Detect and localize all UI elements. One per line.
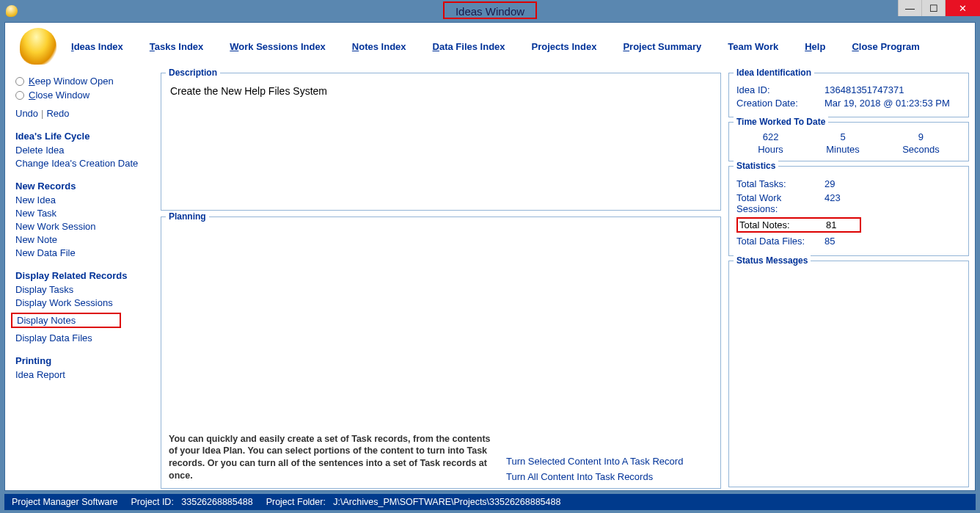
total-tasks-label: Total Tasks: bbox=[736, 178, 824, 189]
idea-identification-fieldset: Idea Identification Idea ID: 13648135174… bbox=[728, 73, 969, 117]
planning-content[interactable] bbox=[169, 226, 713, 429]
total-tasks-row: Total Tasks: 29 bbox=[736, 178, 961, 189]
footer-project-id: Project ID: 33526268885488 bbox=[131, 497, 253, 507]
new-records-heading: New Records bbox=[15, 181, 152, 192]
undo-redo-row: Undo | Redo bbox=[15, 108, 152, 119]
main-column: Description Create the New Help Files Sy… bbox=[159, 70, 725, 490]
total-notes-highlight: Total Notes: 81 bbox=[736, 217, 861, 233]
planning-footer: You can quickly and easily create a set … bbox=[169, 429, 713, 483]
menu-project-summary[interactable]: Project Summary bbox=[623, 41, 701, 52]
turn-all-link[interactable]: Turn All Content Into Task Records bbox=[506, 471, 683, 482]
description-legend: Description bbox=[166, 68, 220, 78]
time-worked-legend: Time Worked To Date bbox=[734, 117, 828, 127]
menu-team-work[interactable]: Team Work bbox=[728, 41, 778, 52]
main-menu: Ideas Index Tasks Index Work Sessions In… bbox=[71, 41, 920, 52]
idea-report-link[interactable]: Idea Report bbox=[15, 369, 152, 380]
hours-col: 622 Hours bbox=[758, 131, 783, 155]
close-window-radio[interactable]: Close Window bbox=[15, 90, 152, 101]
description-fieldset: Description Create the New Help Files Sy… bbox=[161, 73, 721, 211]
menu-projects-index[interactable]: Projects Index bbox=[532, 41, 597, 52]
status-bar: Project Manager Software Project ID: 335… bbox=[4, 494, 976, 510]
undo-link[interactable]: Undo bbox=[15, 108, 38, 119]
display-notes-link[interactable]: Display Notes bbox=[11, 313, 121, 328]
seconds-col: 9 Seconds bbox=[902, 131, 940, 155]
total-df-label: Total Data Files: bbox=[736, 236, 824, 247]
creation-date-row: Creation Date: Mar 19, 2018 @ 01:23:53 P… bbox=[736, 98, 961, 109]
menu-data-files-index[interactable]: Data Files Index bbox=[433, 41, 505, 52]
footer-project-folder-value: J:\Archives_PM\SOFTWARE\Projects\3352626… bbox=[333, 497, 560, 507]
creation-date-value: Mar 19, 2018 @ 01:23:53 PM bbox=[824, 98, 950, 109]
status-messages-legend: Status Messages bbox=[734, 255, 811, 266]
sidebar: Keep Window Open Close Window Undo | Red… bbox=[5, 70, 159, 490]
footer-project-folder: Project Folder: J:\Archives_PM\SOFTWARE\… bbox=[266, 497, 561, 507]
footer-project-id-label: Project ID: bbox=[131, 497, 174, 507]
keep-window-open-label: Keep Window Open bbox=[29, 76, 114, 87]
menu-ideas-index[interactable]: Ideas Index bbox=[71, 41, 123, 52]
menu-work-sessions-index[interactable]: Work Sessions Index bbox=[230, 41, 326, 52]
planning-legend: Planning bbox=[166, 211, 209, 222]
total-df-row: Total Data Files: 85 bbox=[736, 236, 961, 247]
minutes-label: Minutes bbox=[826, 144, 860, 155]
app-logo-icon bbox=[20, 28, 56, 65]
planning-hint-text: You can quickly and easily create a set … bbox=[169, 433, 491, 483]
right-column: Idea Identification Idea ID: 13648135174… bbox=[725, 70, 975, 490]
top-toolbar: Ideas Index Tasks Index Work Sessions In… bbox=[5, 23, 975, 70]
new-idea-link[interactable]: New Idea bbox=[15, 194, 152, 205]
display-tasks-link[interactable]: Display Tasks bbox=[15, 284, 152, 295]
display-work-sessions-link[interactable]: Display Work Sessions bbox=[15, 297, 152, 308]
new-note-link[interactable]: New Note bbox=[15, 234, 152, 245]
display-related-heading: Display Related Records bbox=[15, 270, 152, 281]
menu-help[interactable]: Help bbox=[805, 41, 825, 52]
minutes-value: 5 bbox=[826, 131, 860, 142]
body-columns: Keep Window Open Close Window Undo | Red… bbox=[5, 70, 975, 490]
description-text[interactable]: Create the New Help Files System bbox=[169, 82, 713, 100]
idea-identification-legend: Idea Identification bbox=[734, 68, 814, 78]
time-worked-fieldset: Time Worked To Date 622 Hours 5 Minutes … bbox=[728, 122, 969, 161]
printing-heading: Printing bbox=[15, 355, 152, 366]
new-data-file-link[interactable]: New Data File bbox=[15, 247, 152, 258]
total-tasks-value: 29 bbox=[824, 178, 835, 189]
statistics-legend: Statistics bbox=[734, 161, 778, 171]
menu-tasks-index[interactable]: Tasks Index bbox=[150, 41, 203, 52]
close-window-label: Close Window bbox=[29, 90, 89, 101]
minutes-col: 5 Minutes bbox=[826, 131, 860, 155]
footer-project-folder-label: Project Folder: bbox=[266, 497, 326, 507]
total-df-value: 85 bbox=[824, 236, 835, 247]
hours-value: 622 bbox=[758, 131, 783, 142]
display-data-files-link[interactable]: Display Data Files bbox=[15, 332, 152, 343]
idea-id-label: Idea ID: bbox=[736, 84, 817, 95]
menu-close-program[interactable]: Close Program bbox=[852, 41, 919, 52]
turn-selected-link[interactable]: Turn Selected Content Into A Task Record bbox=[506, 456, 683, 467]
close-button[interactable]: ✕ bbox=[945, 0, 980, 16]
total-ws-label: Total Work Sessions: bbox=[736, 192, 824, 214]
idea-id-value: 136481351747371 bbox=[824, 84, 904, 95]
radio-icon bbox=[15, 77, 24, 86]
window-controls: — ☐ ✕ bbox=[898, 0, 980, 16]
total-ws-row: Total Work Sessions: 423 bbox=[736, 192, 961, 214]
new-work-session-link[interactable]: New Work Session bbox=[15, 221, 152, 232]
app-titlebar-icon bbox=[6, 5, 18, 17]
time-worked-row: 622 Hours 5 Minutes 9 Seconds bbox=[736, 131, 961, 155]
keep-window-open-radio[interactable]: Keep Window Open bbox=[15, 76, 152, 87]
planning-links: Turn Selected Content Into A Task Record… bbox=[506, 456, 683, 482]
footer-project-id-value: 33526268885488 bbox=[181, 497, 252, 507]
minimize-button[interactable]: — bbox=[898, 0, 921, 16]
creation-date-label: Creation Date: bbox=[736, 98, 817, 109]
change-creation-date-link[interactable]: Change Idea's Creation Date bbox=[15, 158, 152, 169]
redo-link[interactable]: Redo bbox=[46, 108, 69, 119]
maximize-button[interactable]: ☐ bbox=[921, 0, 945, 16]
titlebar: Ideas Window — ☐ ✕ bbox=[0, 0, 980, 22]
hours-label: Hours bbox=[758, 144, 783, 155]
title-highlight-box bbox=[443, 1, 537, 19]
radio-icon bbox=[15, 91, 24, 100]
status-messages-fieldset: Status Messages bbox=[728, 261, 969, 487]
new-task-link[interactable]: New Task bbox=[15, 208, 152, 219]
statistics-fieldset: Statistics Total Tasks: 29 Total Work Se… bbox=[728, 166, 969, 256]
seconds-label: Seconds bbox=[902, 144, 940, 155]
menu-notes-index[interactable]: Notes Index bbox=[352, 41, 406, 52]
delete-idea-link[interactable]: Delete Idea bbox=[15, 145, 152, 156]
app-window: Ideas Window — ☐ ✕ Ideas Index Tasks Ind… bbox=[0, 0, 980, 513]
idea-id-row: Idea ID: 136481351747371 bbox=[736, 84, 961, 95]
seconds-value: 9 bbox=[902, 131, 940, 142]
total-notes-value: 81 bbox=[826, 219, 836, 230]
